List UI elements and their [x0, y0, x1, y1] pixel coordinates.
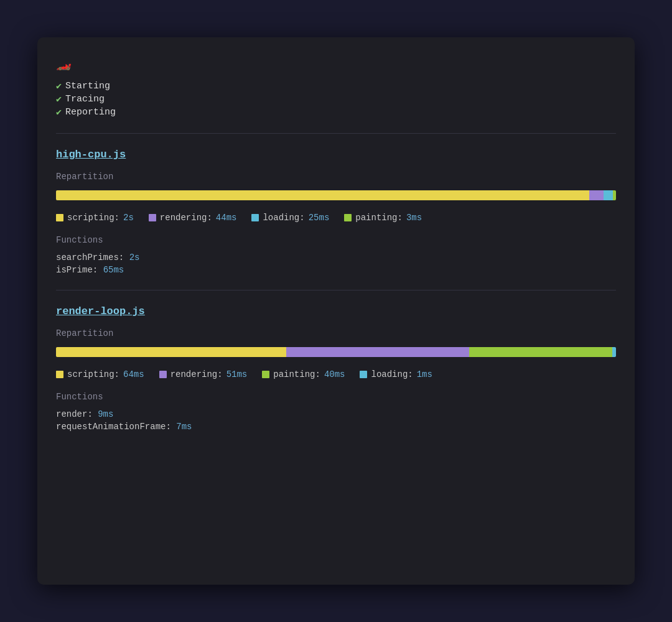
legend-item: rendering: 44ms	[149, 213, 237, 223]
section-divider	[56, 290, 616, 290]
bar-segment-green	[469, 347, 612, 357]
legend-label: loading:	[263, 213, 304, 223]
functions-label: Functions	[56, 392, 616, 402]
bar-segment-purple	[286, 347, 469, 357]
legend-color-swatch	[262, 371, 269, 378]
header-divider	[56, 133, 616, 134]
legend-label: scripting:	[67, 213, 119, 223]
function-item: render: 9ms	[56, 409, 616, 419]
header: 🏎️ ✔Starting✔Tracing✔Reporting	[56, 56, 616, 118]
legend-color-swatch	[159, 371, 167, 378]
bar-segment-blue	[612, 347, 616, 357]
function-item: isPrime: 65ms	[56, 265, 616, 275]
checkmark-icon: ✔	[56, 80, 62, 92]
repartition-label: Repartition	[56, 328, 616, 338]
function-name: isPrime:	[56, 265, 98, 275]
bar-segment-blue	[604, 190, 612, 200]
legend-item: loading: 1ms	[360, 369, 432, 379]
legend-value: 3ms	[406, 213, 422, 223]
checkmark-icon: ✔	[56, 93, 62, 105]
function-list: render: 9msrequestAnimationFrame: 7ms	[56, 409, 616, 432]
legend-label: painting:	[273, 369, 320, 379]
legend-color-swatch	[56, 371, 63, 378]
legend-item: scripting: 64ms	[56, 369, 144, 379]
legend-label: rendering:	[160, 213, 212, 223]
legend-color-swatch	[149, 214, 156, 221]
title-row: 🏎️	[56, 56, 616, 72]
bar-segment-purple	[589, 190, 604, 200]
status-label: Starting	[65, 81, 110, 91]
status-item: ✔Reporting	[56, 106, 616, 118]
repartition-bar	[56, 347, 616, 357]
function-item: searchPrimes: 2s	[56, 253, 616, 262]
legend-value: 64ms	[123, 369, 144, 379]
legend-color-swatch	[360, 371, 367, 378]
function-value: 7ms	[176, 422, 192, 432]
legend-label: loading:	[371, 369, 413, 379]
legend-value: 44ms	[216, 213, 237, 223]
status-item: ✔Starting	[56, 80, 616, 92]
function-value: 2s	[129, 253, 140, 262]
legend-value: 51ms	[226, 369, 248, 379]
legend-value: 40ms	[324, 369, 345, 379]
main-window: 🏎️ ✔Starting✔Tracing✔Reporting high-cpu.…	[37, 37, 635, 585]
legend-item: scripting: 2s	[56, 213, 134, 223]
legend-color-swatch	[344, 214, 352, 221]
status-item: ✔Tracing	[56, 93, 616, 105]
status-label: Reporting	[65, 107, 116, 118]
legend-value: 2s	[123, 213, 134, 223]
function-value: 65ms	[103, 265, 124, 275]
legend-item: rendering: 51ms	[159, 369, 248, 379]
function-value: 9ms	[98, 409, 113, 419]
legend-item: painting: 40ms	[262, 369, 345, 379]
legend-value: 1ms	[417, 369, 432, 379]
bar-segment-green	[613, 190, 616, 200]
function-name: searchPrimes:	[56, 253, 124, 262]
file-title[interactable]: render-loop.js	[56, 305, 616, 317]
file-title[interactable]: high-cpu.js	[56, 149, 616, 160]
repartition-bar	[56, 190, 616, 200]
legend: scripting: 2srendering: 44msloading: 25m…	[56, 213, 616, 223]
section-0: high-cpu.jsRepartitionscripting: 2srende…	[56, 149, 616, 275]
legend: scripting: 64msrendering: 51mspainting: …	[56, 369, 616, 379]
function-name: requestAnimationFrame:	[56, 422, 171, 432]
function-list: searchPrimes: 2sisPrime: 65ms	[56, 253, 616, 275]
bar-segment-yellow	[56, 347, 286, 357]
functions-label: Functions	[56, 235, 616, 245]
legend-value: 25ms	[309, 213, 330, 223]
legend-color-swatch	[251, 214, 259, 221]
legend-label: scripting:	[67, 369, 119, 379]
function-item: requestAnimationFrame: 7ms	[56, 422, 616, 432]
function-name: render:	[56, 409, 93, 419]
legend-label: painting:	[355, 213, 403, 223]
checkmark-icon: ✔	[56, 106, 62, 118]
legend-item: painting: 3ms	[344, 213, 422, 223]
legend-item: loading: 25ms	[251, 213, 329, 223]
sections-container: high-cpu.jsRepartitionscripting: 2srende…	[56, 149, 616, 432]
repartition-label: Repartition	[56, 172, 616, 182]
legend-color-swatch	[56, 214, 63, 221]
status-list: ✔Starting✔Tracing✔Reporting	[56, 80, 616, 118]
legend-label: rendering:	[170, 369, 223, 379]
car-icon: 🏎️	[56, 56, 72, 72]
section-1: render-loop.jsRepartitionscripting: 64ms…	[56, 305, 616, 432]
bar-segment-yellow	[56, 190, 589, 200]
status-label: Tracing	[65, 94, 105, 104]
